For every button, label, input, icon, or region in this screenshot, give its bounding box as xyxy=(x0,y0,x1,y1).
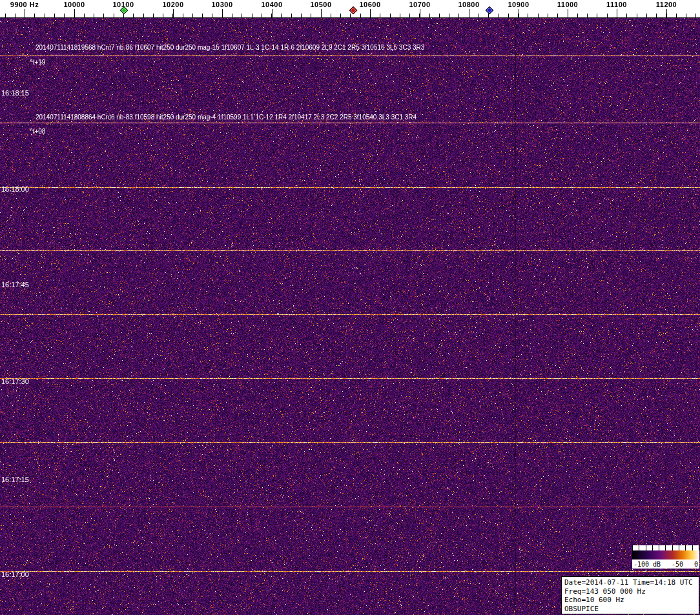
time-tick-label: 16:17:45 xyxy=(1,281,29,288)
info-observatory: OBSUPICE xyxy=(564,605,696,614)
info-echo: Echo=10 600 Hz xyxy=(564,596,696,605)
freq-tick-label: 11000 xyxy=(557,1,578,8)
meteor-spectrogram-app: 9900 Hz100001010010200103001040010500106… xyxy=(0,0,700,615)
time-tick-label: 16:18:15 xyxy=(1,89,29,97)
scale-label-max: 0 xyxy=(694,561,698,568)
time-tick-label: 16:17:30 xyxy=(1,378,29,385)
scale-ticks xyxy=(632,545,699,550)
freq-tick-label: 10000 xyxy=(63,1,85,8)
time-tick-label: 16:17:00 xyxy=(1,570,29,578)
scale-labels: -100 dB -50 0 xyxy=(632,560,699,569)
freq-tick-label: 10200 xyxy=(162,1,183,8)
freq-tick-label: 11100 xyxy=(606,1,627,8)
scale-gradient xyxy=(632,550,699,560)
info-date-time: Date=2014-07-11 Time=14:18 UTC xyxy=(564,578,696,587)
scale-label-mid: -50 xyxy=(672,561,683,568)
detection-annotation: ^t+08 xyxy=(30,128,45,135)
info-frequency: Freq=143 050 000 Hz xyxy=(564,587,696,596)
spectrogram[interactable]: 16:18:1516:18:0016:17:4516:17:3016:17:15… xyxy=(0,18,700,615)
spectrogram-canvas[interactable] xyxy=(0,18,700,615)
freq-tick-label: 10300 xyxy=(211,1,232,8)
detection-annotation: ^t+19 xyxy=(30,59,45,66)
freq-tick-label: 10700 xyxy=(409,1,430,8)
freq-tick-label: 10600 xyxy=(359,1,380,8)
observation-info-box: Date=2014-07-11 Time=14:18 UTC Freq=143 … xyxy=(561,576,699,614)
freq-tick-label: 10900 xyxy=(508,1,529,8)
detection-annotation: 20140711141819568 hCnt7 nb-86 f10607 hit… xyxy=(36,44,424,51)
freq-tick-label: 10400 xyxy=(261,1,282,8)
frequency-ruler[interactable]: 9900 Hz100001010010200103001040010500106… xyxy=(0,0,700,18)
freq-tick-label: 10500 xyxy=(310,1,331,8)
amplitude-color-scale: -100 dB -50 0 xyxy=(632,545,699,569)
scale-label-min: -100 dB xyxy=(633,561,661,568)
freq-tick-label: 9900 Hz xyxy=(10,1,39,8)
freq-tick-label: 10800 xyxy=(458,1,479,8)
freq-tick-label: 11200 xyxy=(656,1,677,8)
time-tick-label: 16:18:00 xyxy=(1,185,29,193)
detection-annotation: 20140711141808864 hCnt6 nb-83 f10598 hit… xyxy=(36,114,417,121)
time-tick-label: 16:17:15 xyxy=(1,476,29,483)
